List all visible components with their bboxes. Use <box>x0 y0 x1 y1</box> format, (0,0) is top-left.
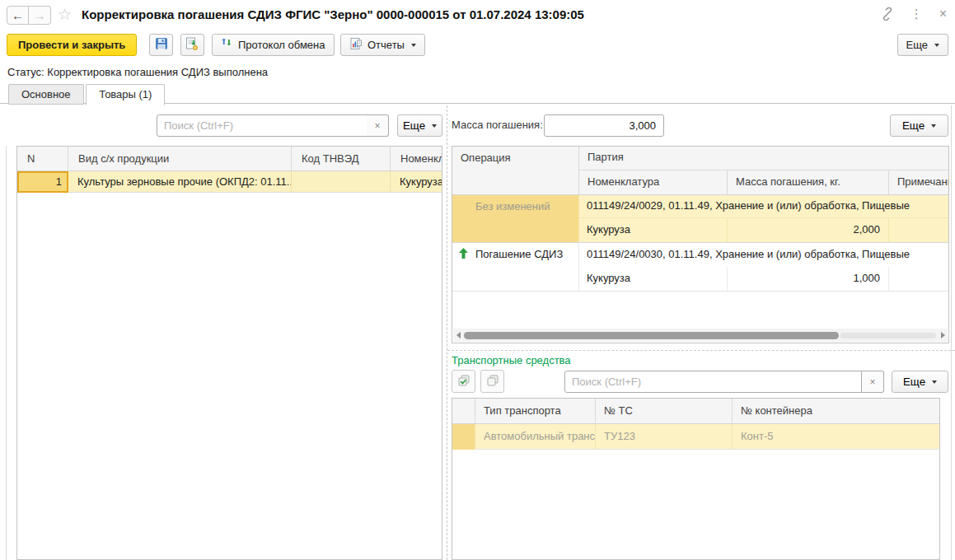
history-nav-group: ← → <box>7 6 51 25</box>
ops-row1-batch[interactable]: 011149/24/0029, 01.11.49, Хранение и (ил… <box>579 195 949 218</box>
forward-button[interactable]: → <box>29 6 51 25</box>
ops-col-batch[interactable]: Партия <box>579 147 949 170</box>
page-title: Корректировка погашения СДИЗ ФГИС "Зерно… <box>82 7 584 21</box>
save-button[interactable] <box>149 34 173 56</box>
titlebar: ← → ☆ Корректировка погашения СДИЗ ФГИС … <box>0 0 955 31</box>
transport-col-vehicle[interactable]: № ТС <box>596 399 733 424</box>
operations-more-caret-icon <box>931 124 936 128</box>
copy-rows-button[interactable] <box>480 370 504 393</box>
reports-button[interactable]: Отчеты <box>340 34 425 56</box>
right-panel-edge <box>951 105 952 560</box>
mass-repayment-label: Масса погашения: <box>452 119 543 131</box>
transport-col-marker <box>452 399 475 424</box>
goods-col-n[interactable]: N <box>17 147 68 171</box>
goods-search-input[interactable] <box>157 114 367 137</box>
table-row[interactable]: Автомобильный трансп... ТУ123 Конт-5 <box>452 424 939 450</box>
ops-row1-note[interactable] <box>889 218 949 242</box>
goods-table: N Вид с/х продукции Код ТНВЭД Номенклату… <box>16 146 442 560</box>
right-section-splitter[interactable] <box>447 350 955 351</box>
post-document-icon <box>185 37 199 54</box>
goods-more-label: Еще <box>403 119 425 132</box>
tab-main[interactable]: Основное <box>8 84 84 105</box>
ops-row-separator2 <box>452 291 949 292</box>
form-more-caret-icon <box>934 44 939 47</box>
report-icon <box>349 37 363 53</box>
copy-check-icon <box>457 374 470 390</box>
ops-row1-mass[interactable]: 2,000 <box>728 218 889 242</box>
exchange-protocol-button[interactable]: Протокол обмена <box>212 34 335 56</box>
goods-cell-kind[interactable]: Культуры зерновые прочие (ОКПД2: 01.11..… <box>68 171 292 193</box>
copy-icon <box>486 374 499 390</box>
operations-more-button[interactable]: Еще <box>890 114 948 137</box>
ops-col-nomenclature[interactable]: Номенклатура <box>579 170 728 195</box>
goods-search-clear-button[interactable]: × <box>367 114 389 137</box>
scroll-track[interactable] <box>840 333 936 338</box>
goods-col-nomenclature[interactable]: Номенклатура <box>391 147 442 171</box>
goods-cell-nomenclature[interactable]: Кукуруза <box>391 171 442 193</box>
form-more-button[interactable]: Еще <box>897 34 948 56</box>
scroll-thumb[interactable] <box>464 332 839 339</box>
transport-more-caret-icon <box>932 380 937 384</box>
favorite-star-icon[interactable]: ☆ <box>58 5 72 24</box>
arrow-up-green-icon <box>459 248 468 261</box>
transport-table-header: Тип транспорта № ТС № контейнера <box>452 399 939 424</box>
select-all-rows-button[interactable] <box>452 370 475 393</box>
ops-row1-nomenclature[interactable]: Кукуруза <box>579 218 728 242</box>
document-window: ← → ☆ Корректировка погашения СДИЗ ФГИС … <box>0 0 955 560</box>
exchange-protocol-label: Протокол обмена <box>238 39 325 51</box>
table-row[interactable]: 1 Культуры зерновые прочие (ОКПД2: 01.11… <box>17 171 442 193</box>
transport-cell-container[interactable]: Конт-5 <box>733 424 940 450</box>
tab-goods[interactable]: Товары (1) <box>86 84 165 105</box>
form-more-label: Еще <box>906 39 928 51</box>
panel-splitter[interactable] <box>447 105 447 560</box>
transport-more-label: Еще <box>903 376 925 388</box>
close-icon[interactable]: × <box>939 7 947 21</box>
ops-row2-mass[interactable]: 1,000 <box>728 267 889 291</box>
left-panel-edge <box>6 146 7 560</box>
transport-row-marker <box>452 424 475 450</box>
post-document-button[interactable] <box>180 34 204 56</box>
back-button[interactable]: ← <box>7 6 29 25</box>
goods-col-tnved[interactable]: Код ТНВЭД <box>292 147 391 171</box>
goods-col-kind[interactable]: Вид с/х продукции <box>68 147 292 171</box>
goods-more-button[interactable]: Еще <box>397 114 442 137</box>
ops-col-mass[interactable]: Масса погашения, кг. <box>728 170 889 195</box>
scroll-right-icon[interactable] <box>938 332 948 338</box>
ops-col-note[interactable]: Примечание <box>889 170 949 195</box>
operations-table: Операция Партия Номенклатура Масса погаш… <box>452 146 949 343</box>
transport-col-type[interactable]: Тип транспорта <box>475 399 596 424</box>
scroll-left-icon[interactable] <box>453 332 463 338</box>
transport-cell-vehicle[interactable]: ТУ123 <box>596 424 733 450</box>
ops-horizontal-scrollbar[interactable] <box>453 329 948 342</box>
transport-section-link[interactable]: Транспортные средства <box>452 354 571 366</box>
mass-repayment-field[interactable] <box>544 114 664 137</box>
transport-table: Тип транспорта № ТС № контейнера Автомоб… <box>452 398 940 560</box>
exchange-arrows-icon <box>221 38 233 53</box>
tabbar: Основное Товары (1) <box>0 84 955 104</box>
transport-col-container[interactable]: № контейнера <box>733 399 940 424</box>
operations-more-label: Еще <box>902 119 925 132</box>
ops-row1-operation[interactable]: Без изменений <box>452 195 579 242</box>
ops-row2-nomenclature[interactable]: Кукуруза <box>579 267 728 291</box>
post-and-close-button[interactable]: Провести и закрыть <box>7 34 137 56</box>
command-bar: Провести и закрыть Протокол обмена Отчет… <box>0 33 955 58</box>
save-icon <box>155 37 168 53</box>
reports-label: Отчеты <box>367 39 405 51</box>
ops-row2-batch[interactable]: 011149/24/0030, 01.11.49, Хранение и (ил… <box>579 243 949 267</box>
transport-search-input[interactable] <box>564 371 862 393</box>
ops-row2-operation[interactable]: Погашение СДИЗ <box>452 243 579 291</box>
status-text: Статус: Корректировка погашения СДИЗ вып… <box>7 66 268 78</box>
goods-table-header: N Вид с/х продукции Код ТНВЭД Номенклату… <box>17 147 442 171</box>
goods-more-caret-icon <box>432 124 437 128</box>
transport-more-button[interactable]: Еще <box>892 371 948 393</box>
ops-col-operation[interactable]: Операция <box>452 147 579 195</box>
goods-cell-tnved[interactable] <box>292 171 391 193</box>
transport-cell-type[interactable]: Автомобильный трансп... <box>475 424 596 450</box>
link-icon[interactable] <box>881 7 894 21</box>
more-menu-icon[interactable]: ⋮ <box>911 7 923 21</box>
reports-caret-icon <box>411 44 416 47</box>
transport-search-clear-button[interactable]: × <box>862 371 884 393</box>
goods-cell-n-current[interactable]: 1 <box>17 171 68 193</box>
